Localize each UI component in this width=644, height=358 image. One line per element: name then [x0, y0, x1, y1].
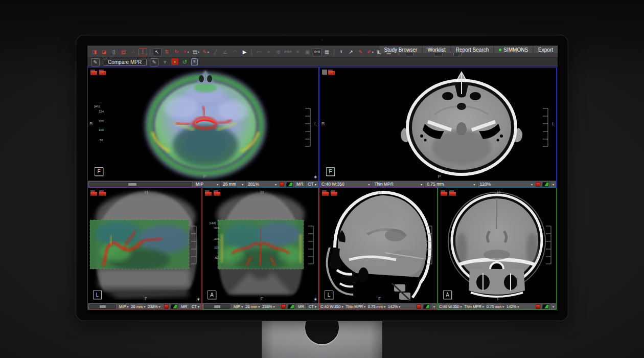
thickness-select[interactable]: 26 mm▾	[129, 303, 146, 309]
series-folder-icon[interactable]	[90, 190, 97, 196]
series-folder-icon[interactable]	[205, 190, 212, 196]
series-folder-icon[interactable]	[328, 70, 335, 75]
flag-zero-icon[interactable]: 0	[293, 48, 302, 56]
reset-icon[interactable]: ↺	[180, 58, 189, 66]
report-search-button[interactable]: Report Search	[451, 46, 493, 53]
key-image-icon[interactable]	[417, 304, 421, 309]
series-folder-icon[interactable]	[90, 70, 97, 75]
measure-roi-icon[interactable]: ◠	[231, 48, 239, 56]
series-folder-icon[interactable]	[214, 190, 220, 196]
window-level-indicator-icon[interactable]	[287, 304, 295, 309]
series-sync-icon[interactable]: ∴	[129, 48, 137, 56]
window-level-indicator-icon[interactable]	[286, 182, 293, 187]
priors-alert-icon[interactable]: !	[139, 48, 147, 56]
series-folder-icon[interactable]	[322, 190, 329, 196]
key-image-icon[interactable]	[280, 182, 284, 187]
rendering-select[interactable]: Thin MPR▾	[463, 303, 485, 309]
orientation-cube[interactable]: F	[326, 167, 335, 176]
window-preset-select[interactable]: C:40 W:350▾	[438, 303, 463, 309]
measure-line-icon[interactable]: ╱	[211, 48, 220, 56]
more-options-dropdown[interactable]: ▾	[431, 303, 437, 309]
zoom-select[interactable]: 238%▾	[261, 303, 275, 309]
zoom-select[interactable]: 142%▾	[386, 303, 401, 309]
user-session-button[interactable]: SIMMONS	[494, 46, 533, 53]
series-menu-icon[interactable]: ≡▾	[182, 48, 191, 56]
rendering-select[interactable]: MIP▾	[232, 303, 244, 309]
window-preset-select[interactable]: C:40 W:350▾	[319, 303, 344, 309]
crosshair-icon[interactable]: +	[264, 48, 273, 56]
export-button[interactable]: Export	[534, 46, 558, 53]
series-folder-icon[interactable]	[449, 190, 456, 196]
key-image-star-icon[interactable]: ∗	[196, 297, 200, 302]
window-preset-select[interactable]: C:40 W:350▾	[319, 181, 372, 187]
cine-play-icon[interactable]: ▶	[240, 48, 249, 56]
stack-scroll-slider[interactable]	[89, 304, 116, 309]
close-study-icon[interactable]: ▯	[109, 48, 118, 56]
modality-mr[interactable]: MR	[178, 303, 189, 309]
patient-list-icon[interactable]: ◨	[90, 48, 99, 56]
series-folder-icon[interactable]	[99, 190, 106, 196]
pointer-tool-icon[interactable]: ↖	[153, 48, 162, 56]
annotate-menu-icon[interactable]: ✎▾	[201, 48, 210, 56]
slider-thumb[interactable]	[214, 305, 220, 308]
series-page-icon[interactable]	[322, 70, 327, 75]
mpr-disabled-icon[interactable]: ▼	[160, 58, 169, 66]
zoom-select[interactable]: 120%▾	[477, 181, 535, 187]
rendering-select[interactable]: MIP▾	[118, 303, 129, 309]
rotate-tool-icon[interactable]: ↻	[172, 48, 181, 56]
thickness-select[interactable]: 26 mm▾	[244, 303, 261, 309]
arrow-tool-icon[interactable]: ↗	[347, 48, 355, 56]
key-image-icon[interactable]	[536, 182, 540, 187]
series-folder-icon[interactable]	[99, 70, 106, 75]
measure-angle-icon[interactable]: ∠	[221, 48, 229, 56]
orientation-cube[interactable]: A	[443, 290, 452, 299]
key-image-icon[interactable]	[536, 304, 540, 309]
thickness-select[interactable]: 0.75 mm▾	[424, 181, 477, 187]
worklist-button[interactable]: Worklist	[423, 46, 450, 53]
rendering-select[interactable]: Thin MPR▾	[372, 181, 424, 187]
grid-layout-icon[interactable]: ▦	[323, 48, 331, 56]
key-image-star-icon[interactable]: ∗	[313, 297, 317, 302]
stack-menu-icon[interactable]: ▤▾	[192, 48, 200, 56]
report-edit-icon[interactable]: ✎	[150, 58, 158, 66]
orientation-cube[interactable]: A	[208, 290, 216, 299]
slider-thumb[interactable]	[128, 183, 136, 186]
viewport-axial-ct[interactable]: R L P F C:40 W:350▾ Thin MPR▾ 0.75 mm▾ 1…	[319, 67, 557, 188]
thickness-select[interactable]: 26 mm▾	[220, 181, 245, 187]
thickness-select[interactable]: 0.75 mm▾	[485, 303, 505, 309]
window-level-indicator-icon[interactable]	[542, 182, 549, 187]
edit-protocol-icon[interactable]: ✎	[91, 58, 100, 66]
patient-badge-icon[interactable]: ≡	[191, 58, 198, 65]
thickness-select[interactable]: 0.75 mm▾	[366, 303, 386, 309]
slider-thumb[interactable]	[100, 305, 106, 308]
localizer-icon[interactable]: ⊕	[274, 48, 283, 56]
key-image-icon[interactable]	[281, 304, 286, 309]
series-folder-icon[interactable]	[331, 190, 337, 196]
window-level-indicator-icon[interactable]	[542, 304, 549, 309]
rendering-select[interactable]: MIP▾	[193, 181, 220, 187]
ruler-icon[interactable]: ▭	[255, 48, 263, 56]
capture-state-icon[interactable]: ●	[171, 58, 178, 65]
window-level-indicator-icon[interactable]	[423, 304, 430, 309]
freehand-tool-icon[interactable]: ✐▾	[366, 48, 375, 56]
stack-scroll-slider[interactable]	[204, 304, 231, 309]
viewport-axial-fusion[interactable]: [HU] 324 200 100 -52 R L P F	[87, 67, 319, 188]
study-browser-button[interactable]: Study Browser	[379, 46, 422, 53]
key-image-icon[interactable]	[164, 304, 169, 309]
zoom-select[interactable]: 238%▾	[146, 303, 161, 309]
pencil-tool-icon[interactable]: ✎	[356, 48, 365, 56]
window-level-indicator-icon[interactable]	[170, 304, 178, 309]
modality-mr[interactable]: MR	[295, 303, 306, 309]
key-image-star-icon[interactable]: ∗	[313, 175, 317, 180]
window-level-tool-icon[interactable]: ⇅	[163, 48, 171, 56]
copy-icon[interactable]: ▣	[303, 48, 312, 56]
modality-ct[interactable]: CT ▾	[305, 181, 318, 187]
orientation-cube[interactable]: L	[93, 290, 102, 299]
zoom-select[interactable]: 142%▾	[505, 303, 520, 309]
prf-icon[interactable]: PRF	[284, 48, 292, 56]
orientation-cube[interactable]: L	[325, 290, 333, 299]
viewport-sagittal-ct[interactable]: H F L C:40 W:350▾ Thin MPR▾ 0.75 mm▾ 142…	[319, 188, 438, 310]
series-folder-icon[interactable]	[441, 190, 447, 196]
viewport-coronal-fusion[interactable]: [HU] 324 200 100 -52 H F A	[202, 188, 319, 310]
viewport-sagittal-fusion[interactable]: H F L ∗ MIP▾ 26 mm▾ 238%▾	[87, 188, 202, 310]
